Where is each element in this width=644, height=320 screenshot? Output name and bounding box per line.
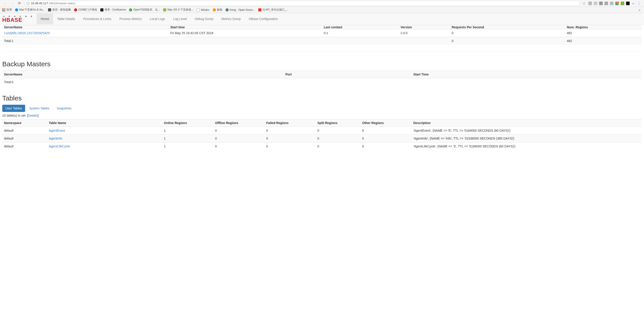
ext-icon[interactable] bbox=[588, 2, 592, 5]
logo-hbase: HBASE bbox=[2, 17, 22, 23]
cell-regions: 482 bbox=[565, 29, 642, 37]
tables-heading: Tables bbox=[2, 94, 642, 102]
th-version: Version bbox=[399, 25, 450, 29]
table-link[interactable]: AgentLifeCycle bbox=[49, 144, 70, 148]
total-rps: 0 bbox=[450, 37, 565, 45]
nav-procedures-locks[interactable]: Procedures & Locks bbox=[79, 14, 115, 24]
bookmark-item[interactable]: k8sdoc bbox=[196, 8, 209, 12]
bookmark-star-icon[interactable]: ☆ bbox=[581, 1, 587, 6]
ext-icon[interactable] bbox=[615, 2, 619, 5]
table-total-row: Total:0 bbox=[2, 78, 642, 86]
browser-toolbar: ← → ⟳ i 10.39.43.117:16010/master-status… bbox=[0, 0, 644, 7]
th-namespace: Namespace bbox=[2, 119, 47, 127]
apps-button[interactable]: 应用 bbox=[2, 8, 12, 12]
table-row: default AgentInfo 1 0 0 0 0 'AgentInfo',… bbox=[2, 135, 642, 142]
table-total-row: Total:1 0 482 bbox=[2, 37, 642, 45]
table-row: i-vzdytl5t,16020,1527262925420 Fri May 2… bbox=[2, 29, 642, 37]
bookmark-item[interactable]: 邮箱 bbox=[213, 8, 222, 12]
th-servername: ServerName bbox=[2, 71, 284, 78]
th-failed: Failed Regions bbox=[264, 119, 316, 127]
backup-masters-table: ServerName Port Start Time Total:0 bbox=[2, 71, 642, 86]
tables-summary: 15 table(s) in set. [Details] bbox=[2, 114, 642, 117]
extension-icons bbox=[587, 2, 631, 5]
th-split: Split Regions bbox=[316, 119, 360, 127]
table-link[interactable]: AgentEvent bbox=[49, 129, 65, 132]
hbase-logo[interactable]: A P A C H E HBASE bbox=[2, 15, 36, 23]
apps-label: 应用 bbox=[6, 8, 12, 12]
bookmarks-overflow-icon[interactable]: » bbox=[637, 8, 642, 12]
more-bookmarks-icon[interactable]: » bbox=[631, 2, 636, 5]
bookmark-item[interactable]: 登录 - Confluence bbox=[100, 8, 126, 12]
details-link[interactable]: Details bbox=[28, 114, 38, 117]
backup-masters-heading: Backup Masters bbox=[2, 60, 642, 68]
bookmark-favicon bbox=[163, 8, 166, 12]
bookmark-favicon bbox=[196, 8, 200, 12]
ext-icon[interactable] bbox=[626, 2, 630, 5]
server-link[interactable]: i-vzdytl5t,16020,1527262925420 bbox=[4, 31, 50, 35]
th-starttime: Start Time bbox=[412, 71, 642, 78]
total-label: Total:1 bbox=[2, 37, 168, 45]
nav-home[interactable]: Home bbox=[36, 14, 53, 24]
nav-process-metrics[interactable]: Process Metrics bbox=[115, 14, 146, 24]
ext-icon[interactable] bbox=[594, 2, 597, 5]
user-tables-table: Namespace Table Name Online Regions Offl… bbox=[2, 119, 642, 150]
tables-tabs: User Tables System Tables Snapshots bbox=[2, 105, 642, 112]
bookmark-item[interactable]: OpenTSDB首页、文... bbox=[129, 8, 160, 12]
back-button[interactable]: ← bbox=[2, 1, 9, 6]
table-row: default AgentLifeCycle 1 0 0 0 0 'AgentL… bbox=[2, 142, 642, 150]
url-port: :16010 bbox=[48, 2, 57, 5]
cell-version: 2.0.0 bbox=[399, 29, 450, 37]
address-bar[interactable]: i 10.39.43.117:16010/master-status bbox=[24, 1, 580, 6]
bookmark-favicon bbox=[74, 8, 77, 12]
apps-icon bbox=[2, 8, 6, 12]
forward-button[interactable]: → bbox=[9, 1, 16, 6]
nav-table-details[interactable]: Table Details bbox=[53, 14, 79, 24]
bookmark-item[interactable]: 首页 - 新智超脑 bbox=[48, 8, 71, 12]
tab-system-tables[interactable]: System Tables bbox=[26, 105, 53, 112]
bookmark-item[interactable]: Kong - Open-Sourc... bbox=[226, 8, 255, 12]
bookmark-item[interactable]: COME门户系统 bbox=[74, 8, 97, 12]
ext-icon[interactable] bbox=[621, 2, 624, 5]
bookmark-item[interactable]: 云API_华为云接口_... bbox=[258, 8, 288, 12]
cell-contact: 0 s bbox=[322, 29, 399, 37]
ext-icon[interactable] bbox=[604, 2, 608, 5]
th-offline: Offline Regions bbox=[214, 119, 264, 127]
bookmarks-bar: 应用 Mac下安装Go & Su... 首页 - 新智超脑 COME门户系统 登… bbox=[0, 7, 644, 13]
browser-menu-icon[interactable]: ⋮ bbox=[636, 1, 642, 6]
bookmark-favicon bbox=[213, 8, 216, 12]
url-path: /master-status bbox=[57, 2, 76, 5]
nav-metrics-dump[interactable]: Metrics Dump bbox=[218, 14, 245, 24]
th-lastcontact: Last contact bbox=[322, 25, 399, 29]
bookmark-item[interactable]: Mac下安装Go & Su... bbox=[15, 8, 45, 12]
th-port: Port bbox=[284, 71, 412, 78]
bookmark-item[interactable]: Mac OS X 下安装使... bbox=[163, 8, 194, 12]
th-regions: Num. Regions bbox=[565, 25, 642, 29]
info-icon[interactable]: i bbox=[26, 2, 30, 5]
bookmark-favicon bbox=[129, 8, 132, 12]
hbase-navbar: A P A C H E HBASE Home Table Details Pro… bbox=[0, 13, 644, 25]
nav-hbase-configuration[interactable]: HBase Configuration bbox=[245, 14, 282, 24]
th-other: Other Regions bbox=[360, 119, 412, 127]
table-row: default AgentEvent 1 0 0 0 0 'AgentEvent… bbox=[2, 127, 642, 135]
nav-log-level[interactable]: Log Level bbox=[169, 14, 191, 24]
th-rps: Requests Per Second bbox=[450, 25, 565, 29]
total-regions: 482 bbox=[565, 37, 642, 45]
cell-rps: 0 bbox=[450, 29, 565, 37]
th-servername: ServerName bbox=[2, 25, 168, 29]
region-servers-table: ServerName Start time Last contact Versi… bbox=[2, 25, 642, 45]
th-description: Description bbox=[412, 119, 642, 127]
ext-icon[interactable] bbox=[610, 2, 614, 5]
reload-button[interactable]: ⟳ bbox=[16, 0, 23, 6]
th-starttime: Start time bbox=[168, 25, 322, 29]
table-link[interactable]: AgentInfo bbox=[49, 137, 62, 140]
bookmark-favicon bbox=[15, 8, 18, 12]
bookmark-favicon bbox=[226, 8, 229, 12]
bookmark-favicon bbox=[100, 8, 104, 12]
url-host: 10.39.43.117 bbox=[31, 2, 48, 5]
cell-start: Fri May 25 23:42:05 CST 2018 bbox=[168, 29, 322, 37]
ext-icon[interactable] bbox=[599, 2, 603, 5]
tab-user-tables[interactable]: User Tables bbox=[2, 105, 25, 112]
tab-snapshots[interactable]: Snapshots bbox=[54, 105, 74, 112]
nav-local-logs[interactable]: Local Logs bbox=[146, 14, 169, 24]
nav-debug-dump[interactable]: Debug Dump bbox=[191, 14, 218, 24]
